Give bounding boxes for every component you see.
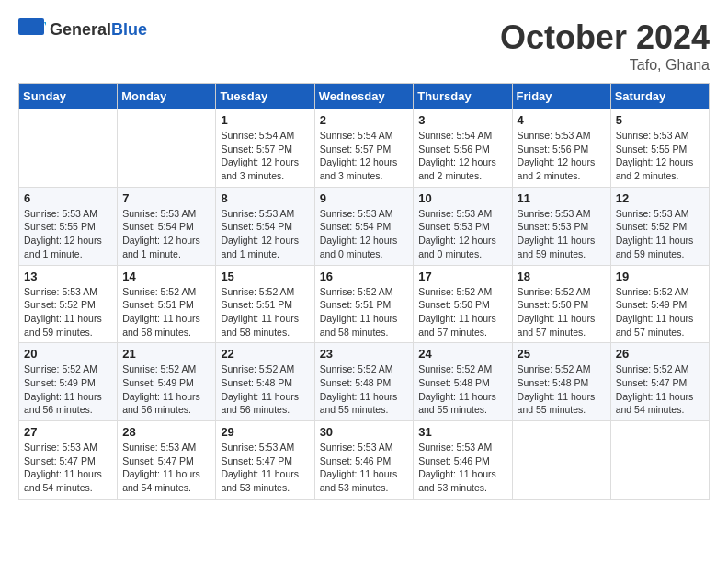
- calendar-cell: 9Sunrise: 5:53 AM Sunset: 5:54 PM Daylig…: [314, 187, 414, 265]
- day-number: 24: [418, 347, 506, 361]
- calendar-cell: 6Sunrise: 5:53 AM Sunset: 5:55 PM Daylig…: [19, 187, 118, 265]
- calendar-cell: 3Sunrise: 5:54 AM Sunset: 5:56 PM Daylig…: [414, 109, 512, 188]
- calendar-cell: 17Sunrise: 5:52 AM Sunset: 5:50 PM Dayli…: [414, 265, 512, 343]
- day-info: Sunrise: 5:52 AM Sunset: 5:48 PM Dayligh…: [518, 362, 606, 417]
- calendar-cell: 23Sunrise: 5:52 AM Sunset: 5:48 PM Dayli…: [314, 343, 414, 421]
- logo-blue: Blue: [111, 20, 147, 39]
- calendar-week-row: 13Sunrise: 5:53 AM Sunset: 5:52 PM Dayli…: [19, 265, 710, 343]
- day-info: Sunrise: 5:54 AM Sunset: 5:57 PM Dayligh…: [320, 129, 409, 183]
- day-number: 4: [518, 113, 606, 127]
- day-number: 11: [518, 191, 606, 205]
- day-info: Sunrise: 5:52 AM Sunset: 5:50 PM Dayligh…: [518, 285, 606, 339]
- calendar-cell: 18Sunrise: 5:52 AM Sunset: 5:50 PM Dayli…: [512, 265, 610, 343]
- svg-marker-1: [44, 22, 46, 31]
- calendar-cell: 31Sunrise: 5:53 AM Sunset: 5:46 PM Dayli…: [414, 421, 512, 500]
- day-number: 8: [221, 191, 309, 205]
- day-number: 1: [221, 113, 309, 127]
- day-info: Sunrise: 5:53 AM Sunset: 5:47 PM Dayligh…: [24, 441, 112, 495]
- day-number: 12: [616, 191, 704, 205]
- day-number: 18: [518, 270, 606, 283]
- calendar-week-row: 27Sunrise: 5:53 AM Sunset: 5:47 PM Dayli…: [19, 421, 710, 500]
- calendar-cell: 7Sunrise: 5:53 AM Sunset: 5:54 PM Daylig…: [118, 187, 216, 265]
- logo-icon: [18, 18, 46, 40]
- day-info: Sunrise: 5:53 AM Sunset: 5:53 PM Dayligh…: [518, 207, 606, 261]
- day-info: Sunrise: 5:52 AM Sunset: 5:51 PM Dayligh…: [221, 285, 309, 339]
- day-info: Sunrise: 5:52 AM Sunset: 5:47 PM Dayligh…: [616, 362, 704, 417]
- day-info: Sunrise: 5:54 AM Sunset: 5:57 PM Dayligh…: [221, 129, 309, 183]
- calendar-cell: 21Sunrise: 5:52 AM Sunset: 5:49 PM Dayli…: [118, 343, 216, 421]
- day-number: 29: [221, 425, 309, 439]
- day-number: 19: [616, 270, 704, 283]
- calendar-cell: 12Sunrise: 5:53 AM Sunset: 5:52 PM Dayli…: [610, 187, 709, 265]
- calendar-cell: 4Sunrise: 5:53 AM Sunset: 5:56 PM Daylig…: [512, 109, 610, 188]
- calendar-cell: 11Sunrise: 5:53 AM Sunset: 5:53 PM Dayli…: [512, 187, 610, 265]
- month-title: October 2024: [500, 18, 710, 57]
- calendar: SundayMondayTuesdayWednesdayThursdayFrid…: [18, 83, 710, 500]
- day-number: 28: [122, 425, 210, 439]
- day-number: 17: [418, 270, 506, 283]
- weekday-header: Friday: [512, 84, 610, 109]
- calendar-week-row: 1Sunrise: 5:54 AM Sunset: 5:57 PM Daylig…: [19, 109, 710, 188]
- day-info: Sunrise: 5:52 AM Sunset: 5:50 PM Dayligh…: [418, 285, 506, 339]
- day-number: 21: [122, 347, 210, 361]
- calendar-cell: 2Sunrise: 5:54 AM Sunset: 5:57 PM Daylig…: [314, 109, 414, 188]
- calendar-cell: 1Sunrise: 5:54 AM Sunset: 5:57 PM Daylig…: [216, 109, 314, 188]
- day-info: Sunrise: 5:52 AM Sunset: 5:49 PM Dayligh…: [24, 362, 112, 417]
- day-number: 6: [24, 191, 112, 205]
- weekday-header: Wednesday: [314, 84, 414, 109]
- calendar-cell: 19Sunrise: 5:52 AM Sunset: 5:49 PM Dayli…: [610, 265, 709, 343]
- calendar-cell: 29Sunrise: 5:53 AM Sunset: 5:47 PM Dayli…: [216, 421, 314, 500]
- calendar-cell: 26Sunrise: 5:52 AM Sunset: 5:47 PM Dayli…: [610, 343, 709, 421]
- day-info: Sunrise: 5:53 AM Sunset: 5:53 PM Dayligh…: [418, 207, 506, 261]
- day-number: 3: [418, 113, 506, 127]
- day-number: 23: [320, 347, 409, 361]
- calendar-cell: 10Sunrise: 5:53 AM Sunset: 5:53 PM Dayli…: [414, 187, 512, 265]
- calendar-cell: 25Sunrise: 5:52 AM Sunset: 5:48 PM Dayli…: [512, 343, 610, 421]
- day-number: 26: [616, 347, 704, 361]
- weekday-header: Tuesday: [216, 84, 314, 109]
- day-info: Sunrise: 5:52 AM Sunset: 5:51 PM Dayligh…: [122, 285, 210, 339]
- day-info: Sunrise: 5:52 AM Sunset: 5:49 PM Dayligh…: [616, 285, 704, 339]
- weekday-header: Thursday: [414, 84, 512, 109]
- day-number: 27: [24, 425, 112, 439]
- day-number: 30: [320, 425, 409, 439]
- logo-general: General: [50, 20, 111, 39]
- day-info: Sunrise: 5:53 AM Sunset: 5:47 PM Dayligh…: [221, 441, 309, 495]
- day-info: Sunrise: 5:53 AM Sunset: 5:47 PM Dayligh…: [122, 441, 210, 495]
- day-info: Sunrise: 5:53 AM Sunset: 5:55 PM Dayligh…: [616, 129, 704, 183]
- day-info: Sunrise: 5:53 AM Sunset: 5:54 PM Dayligh…: [320, 207, 409, 261]
- day-number: 25: [518, 347, 606, 361]
- calendar-cell: 27Sunrise: 5:53 AM Sunset: 5:47 PM Dayli…: [19, 421, 118, 500]
- day-info: Sunrise: 5:52 AM Sunset: 5:49 PM Dayligh…: [122, 362, 210, 417]
- title-area: October 2024 Tafo, Ghana: [500, 18, 710, 74]
- calendar-cell: 14Sunrise: 5:52 AM Sunset: 5:51 PM Dayli…: [118, 265, 216, 343]
- day-info: Sunrise: 5:53 AM Sunset: 5:55 PM Dayligh…: [24, 207, 112, 261]
- day-number: 22: [221, 347, 309, 361]
- location-subtitle: Tafo, Ghana: [500, 57, 710, 74]
- header: GeneralBlue October 2024 Tafo, Ghana: [18, 18, 710, 74]
- day-number: 16: [320, 270, 409, 283]
- day-info: Sunrise: 5:52 AM Sunset: 5:48 PM Dayligh…: [418, 362, 506, 417]
- day-number: 9: [320, 191, 409, 205]
- calendar-cell: 24Sunrise: 5:52 AM Sunset: 5:48 PM Dayli…: [414, 343, 512, 421]
- day-info: Sunrise: 5:54 AM Sunset: 5:56 PM Dayligh…: [418, 129, 506, 183]
- day-info: Sunrise: 5:53 AM Sunset: 5:46 PM Dayligh…: [418, 441, 506, 495]
- calendar-cell: 15Sunrise: 5:52 AM Sunset: 5:51 PM Dayli…: [216, 265, 314, 343]
- day-number: 14: [122, 270, 210, 283]
- day-number: 2: [320, 113, 409, 127]
- calendar-cell: 8Sunrise: 5:53 AM Sunset: 5:54 PM Daylig…: [216, 187, 314, 265]
- calendar-cell: [610, 421, 709, 500]
- svg-rect-0: [18, 18, 44, 35]
- logo: GeneralBlue: [18, 18, 147, 40]
- day-number: 7: [122, 191, 210, 205]
- day-info: Sunrise: 5:52 AM Sunset: 5:48 PM Dayligh…: [320, 362, 409, 417]
- calendar-cell: 28Sunrise: 5:53 AM Sunset: 5:47 PM Dayli…: [118, 421, 216, 500]
- calendar-cell: 30Sunrise: 5:53 AM Sunset: 5:46 PM Dayli…: [314, 421, 414, 500]
- day-number: 10: [418, 191, 506, 205]
- weekday-header: Monday: [118, 84, 216, 109]
- calendar-cell: 13Sunrise: 5:53 AM Sunset: 5:52 PM Dayli…: [19, 265, 118, 343]
- day-info: Sunrise: 5:52 AM Sunset: 5:51 PM Dayligh…: [320, 285, 409, 339]
- calendar-cell: [19, 109, 118, 188]
- day-info: Sunrise: 5:52 AM Sunset: 5:48 PM Dayligh…: [221, 362, 309, 417]
- day-info: Sunrise: 5:53 AM Sunset: 5:52 PM Dayligh…: [616, 207, 704, 261]
